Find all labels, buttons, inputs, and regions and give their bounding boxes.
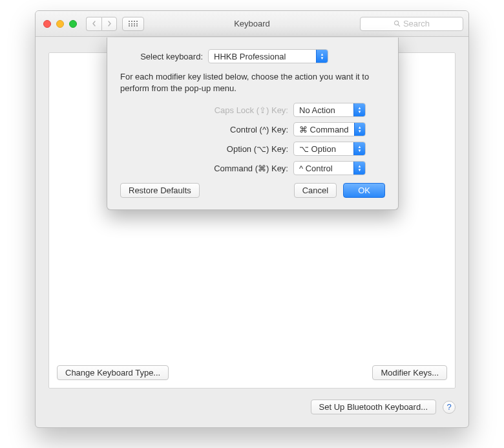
modifier-keys-sheet: Select keyboard: HHKB Professional ▲▼ Fo… bbox=[107, 37, 399, 210]
pane-button-row: Change Keyboard Type... Modifier Keys... bbox=[57, 365, 447, 380]
ok-button[interactable]: OK bbox=[343, 183, 385, 198]
command-row: Command (⌘) Key: ^ Control ▲▼ bbox=[140, 161, 366, 175]
cancel-button[interactable]: Cancel bbox=[294, 183, 337, 198]
search-icon bbox=[394, 20, 401, 27]
command-value: ^ Control bbox=[294, 164, 338, 173]
minimize-window-icon[interactable] bbox=[56, 20, 64, 28]
chevron-right-icon bbox=[107, 21, 112, 27]
capslock-label: Caps Lock (⇪) Key: bbox=[215, 105, 288, 115]
grid-icon bbox=[129, 21, 137, 27]
updown-icon: ▲▼ bbox=[353, 103, 365, 116]
modifier-keys-button[interactable]: Modifier Keys... bbox=[372, 365, 447, 380]
select-keyboard-value: HHKB Professional bbox=[209, 52, 291, 61]
help-button[interactable]: ? bbox=[443, 401, 456, 414]
updown-icon: ▲▼ bbox=[354, 123, 365, 136]
show-all-button[interactable] bbox=[122, 17, 144, 31]
updown-icon: ▲▼ bbox=[353, 142, 365, 155]
select-keyboard-popup[interactable]: HHKB Professional ▲▼ bbox=[208, 49, 328, 63]
control-popup[interactable]: ⌘ Command ▲▼ bbox=[293, 122, 366, 136]
option-label: Option (⌥) Key: bbox=[227, 144, 288, 154]
capslock-row: Caps Lock (⇪) Key: No Action ▲▼ bbox=[140, 103, 366, 117]
instruction-text: For each modifier key listed below, choo… bbox=[120, 71, 385, 94]
updown-icon: ▲▼ bbox=[353, 162, 365, 175]
command-label: Command (⌘) Key: bbox=[214, 164, 288, 173]
control-row: Control (^) Key: ⌘ Command ▲▼ bbox=[140, 122, 366, 136]
preferences-window: Keyboard Search Sho Change Keyboard Type… bbox=[35, 10, 469, 428]
svg-line-1 bbox=[398, 25, 400, 27]
back-button[interactable] bbox=[86, 17, 101, 31]
option-row: Option (⌥) Key: ⌥ Option ▲▼ bbox=[140, 142, 366, 156]
command-popup[interactable]: ^ Control ▲▼ bbox=[293, 161, 366, 175]
option-value: ⌥ Option bbox=[294, 144, 341, 154]
setup-bluetooth-keyboard-button[interactable]: Set Up Bluetooth Keyboard... bbox=[311, 400, 436, 414]
option-popup[interactable]: ⌥ Option ▲▼ bbox=[293, 142, 366, 156]
modal-footer: Restore Defaults Cancel OK bbox=[120, 183, 385, 198]
control-label: Control (^) Key: bbox=[230, 125, 288, 134]
chevron-left-icon bbox=[92, 21, 96, 27]
modifier-key-grid: Caps Lock (⇪) Key: No Action ▲▼ Control … bbox=[140, 103, 366, 175]
updown-icon: ▲▼ bbox=[316, 50, 328, 63]
change-keyboard-type-button[interactable]: Change Keyboard Type... bbox=[57, 365, 169, 380]
search-placeholder: Search bbox=[403, 19, 430, 28]
titlebar: Keyboard Search bbox=[36, 11, 468, 37]
select-keyboard-label: Select keyboard: bbox=[120, 52, 203, 61]
search-input[interactable]: Search bbox=[360, 17, 463, 31]
forward-button[interactable] bbox=[101, 17, 117, 31]
select-keyboard-row: Select keyboard: HHKB Professional ▲▼ bbox=[120, 49, 385, 63]
traffic-lights bbox=[43, 20, 77, 28]
close-window-icon[interactable] bbox=[43, 20, 51, 28]
help-icon: ? bbox=[446, 402, 451, 412]
nav-buttons bbox=[86, 17, 117, 31]
control-value: ⌘ Command bbox=[294, 125, 354, 134]
capslock-value: No Action bbox=[294, 105, 341, 115]
restore-defaults-button[interactable]: Restore Defaults bbox=[120, 183, 200, 198]
capslock-popup[interactable]: No Action ▲▼ bbox=[293, 103, 366, 117]
zoom-window-icon[interactable] bbox=[69, 20, 77, 28]
bottom-bar: Set Up Bluetooth Keyboard... ? bbox=[48, 400, 456, 414]
